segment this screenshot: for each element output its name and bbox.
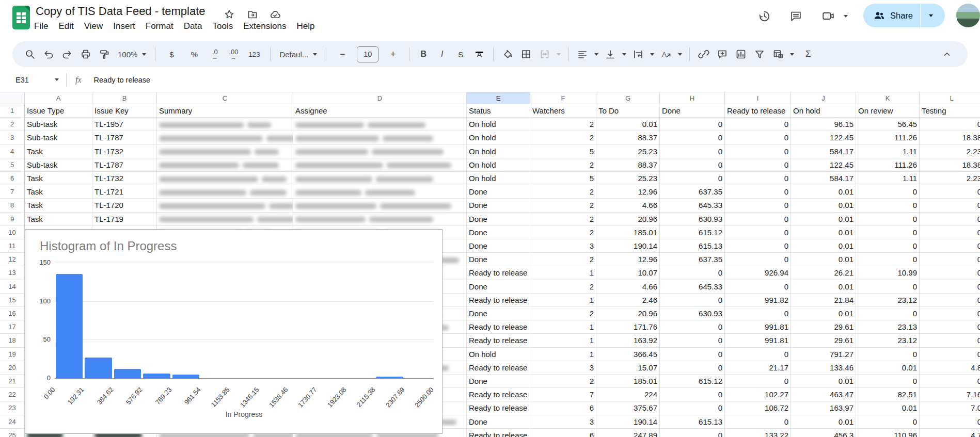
cell-J22[interactable]: 463.47 (791, 388, 856, 401)
cell-F13[interactable]: 1 (530, 266, 596, 280)
cell-B8[interactable]: TL-1720 (92, 199, 157, 212)
cell-L22[interactable]: 7.16 (920, 388, 980, 401)
column-header-L[interactable]: L (920, 92, 980, 104)
cell-L18[interactable]: 0 (920, 334, 980, 347)
cell-E25[interactable]: Ready to release (467, 429, 530, 437)
cell-L17[interactable]: 0 (920, 320, 980, 334)
cell-G20[interactable]: 15.07 (596, 361, 660, 375)
cell-K25[interactable]: 110.96 (856, 429, 920, 437)
cell-J24[interactable]: 0.01 (791, 415, 856, 429)
cell-H25[interactable]: 0 (660, 429, 725, 437)
cell-F14[interactable]: 2 (530, 280, 596, 294)
cell-J8[interactable]: 0.01 (791, 199, 856, 212)
cell-G5[interactable]: 88.37 (596, 158, 660, 172)
cell-H21[interactable]: 615.12 (660, 375, 725, 388)
row-number-20[interactable]: 20 (0, 361, 25, 375)
row-number-3[interactable]: 3 (0, 131, 25, 144)
cell-E10[interactable]: Done (467, 226, 530, 239)
cell-B9[interactable]: TL-1719 (92, 213, 157, 226)
cell-H4[interactable]: 0 (660, 145, 725, 158)
merge-cells-icon[interactable] (535, 46, 554, 62)
cell-H9[interactable]: 630.93 (660, 213, 725, 226)
cell-E11[interactable]: Done (467, 239, 530, 253)
cell-I1[interactable]: Ready to release (725, 104, 791, 118)
cell-C5[interactable] (157, 158, 293, 172)
cell-K12[interactable]: 0 (856, 253, 920, 266)
cell-C1[interactable]: Summary (157, 104, 293, 118)
cell-G17[interactable]: 171.76 (596, 320, 660, 334)
cell-G22[interactable]: 224 (596, 388, 660, 401)
cell-L11[interactable]: 0 (920, 239, 980, 253)
cell-J3[interactable]: 122.45 (791, 131, 856, 144)
cell-F16[interactable]: 2 (530, 307, 596, 320)
cell-G3[interactable]: 88.37 (596, 131, 660, 144)
horizontal-align-caret-icon[interactable] (592, 46, 601, 62)
cell-H13[interactable]: 0 (660, 266, 725, 280)
cell-A1[interactable]: Issue Type (25, 104, 92, 118)
cell-C8[interactable] (157, 199, 293, 212)
table-functions-caret-icon[interactable] (787, 46, 797, 62)
font-size-input[interactable]: 10 (357, 46, 378, 62)
star-icon[interactable] (223, 8, 235, 21)
column-header-G[interactable]: G (596, 92, 660, 104)
column-header-A[interactable]: A (25, 92, 92, 104)
cell-E23[interactable]: Ready to release (467, 401, 530, 415)
cell-J20[interactable]: 133.46 (791, 361, 856, 375)
cell-H18[interactable]: 0 (660, 334, 725, 347)
menu-item-insert[interactable]: Insert (108, 20, 140, 33)
cell-J14[interactable]: 0.01 (791, 280, 856, 294)
row-number-16[interactable]: 16 (0, 307, 25, 320)
cell-C4[interactable] (157, 145, 293, 158)
cell-H1[interactable]: Done (660, 104, 725, 118)
cell-J19[interactable]: 791.27 (791, 348, 856, 361)
select-all-corner[interactable] (0, 92, 25, 104)
cell-D4[interactable] (293, 145, 467, 158)
cell-A7[interactable]: Task (25, 185, 92, 199)
cell-I5[interactable]: 0 (725, 158, 791, 172)
cell-G18[interactable]: 163.92 (596, 334, 660, 347)
menu-item-help[interactable]: Help (291, 20, 320, 33)
insert-comment-icon[interactable] (713, 46, 732, 62)
cell-G1[interactable]: To Do (596, 104, 660, 118)
cell-J18[interactable]: 29.61 (791, 334, 856, 347)
cell-E5[interactable]: On hold (467, 158, 530, 172)
fill-color-icon[interactable] (498, 46, 517, 62)
cell-F4[interactable]: 5 (530, 145, 596, 158)
cell-J10[interactable]: 0.01 (791, 226, 856, 239)
text-rotation-icon[interactable]: A (657, 46, 675, 62)
cell-D9[interactable] (293, 213, 467, 226)
cell-E20[interactable]: Ready to release (467, 361, 530, 375)
collapse-toolbar-icon[interactable] (938, 46, 956, 62)
cell-E2[interactable]: On hold (467, 118, 530, 131)
cell-J5[interactable]: 122.45 (791, 158, 856, 172)
merge-caret-icon[interactable] (554, 46, 563, 62)
cell-J16[interactable]: 0.01 (791, 307, 856, 320)
paint-format-icon[interactable] (95, 46, 114, 62)
cell-F25[interactable]: 6 (530, 429, 596, 437)
cell-K15[interactable]: 23.12 (856, 294, 920, 307)
histogram-chart[interactable]: Histogram of In Progress 1501005000.0019… (25, 229, 442, 434)
cell-H10[interactable]: 615.12 (660, 226, 725, 239)
cell-J13[interactable]: 26.21 (791, 266, 856, 280)
cell-F21[interactable]: 2 (530, 375, 596, 388)
cell-H17[interactable]: 0 (660, 320, 725, 334)
cell-K19[interactable]: 0 (856, 348, 920, 361)
cell-B5[interactable]: TL-1787 (92, 158, 157, 172)
cell-K23[interactable]: 0.01 (856, 401, 920, 415)
cell-A2[interactable]: Sub-task (25, 118, 92, 131)
cell-L25[interactable]: 4.7 (920, 429, 980, 437)
italic-button[interactable]: I (433, 46, 451, 62)
row-number-24[interactable]: 24 (0, 415, 25, 429)
row-number-4[interactable]: 4 (0, 145, 25, 158)
cell-B7[interactable]: TL-1721 (92, 185, 157, 199)
column-header-I[interactable]: I (725, 92, 791, 104)
cell-H16[interactable]: 630.93 (660, 307, 725, 320)
column-header-B[interactable]: B (92, 92, 157, 104)
cell-I21[interactable]: 0 (725, 375, 791, 388)
cell-G4[interactable]: 25.23 (596, 145, 660, 158)
menu-item-format[interactable]: Format (140, 20, 179, 33)
share-button[interactable]: Share (863, 4, 945, 27)
cell-B3[interactable]: TL-1787 (92, 131, 157, 144)
cell-K11[interactable]: 0 (856, 239, 920, 253)
menu-item-file[interactable]: File (29, 20, 53, 33)
